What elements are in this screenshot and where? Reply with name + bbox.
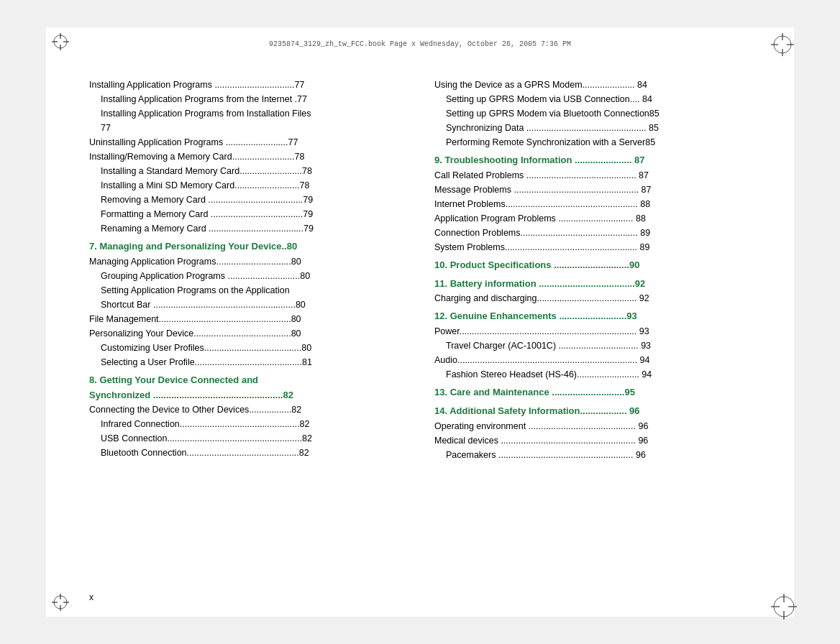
crosshair-br: [771, 594, 788, 611]
page-number: x: [89, 592, 93, 602]
crosshair-tl: [52, 33, 69, 50]
toc-line: Customizing User Profiles...............…: [89, 341, 406, 355]
toc-line: Synchronizing Data .....................…: [434, 121, 751, 135]
toc-line: Synchronized ...........................…: [89, 388, 406, 403]
toc-line: 11. Battery information ................…: [434, 277, 751, 292]
toc-line: Selecting a User Profile................…: [89, 355, 406, 369]
toc-line: 8. Getting Your Device Connected and: [89, 373, 406, 388]
toc-line: Installing a Standard Memory Card.......…: [89, 164, 406, 178]
toc-line: Setting Application Programs on the Appl…: [89, 283, 406, 298]
toc-line: Setting up GPRS Modem via USB Connection…: [434, 92, 751, 106]
toc-line: Travel Charger (AC-1001C) ..............…: [434, 339, 751, 353]
toc-line: Infrared Connection.....................…: [89, 417, 406, 431]
toc-line: Personalizing Your Device...............…: [89, 326, 406, 341]
toc-line: 12. Genuine Enhancements ...............…: [434, 309, 751, 324]
toc-line: Power...................................…: [434, 324, 751, 339]
crosshair-bl: [52, 594, 69, 611]
toc-line: 7. Managing and Personalizing Your Devic…: [89, 239, 406, 254]
toc-line: Application Program Problems ...........…: [434, 211, 751, 226]
page-container: 9235874_3129_zh_tw_FCC.book Page x Wedne…: [0, 0, 840, 644]
toc-line: Shortcut Bar ...........................…: [89, 298, 406, 312]
toc-line: Grouping Application Programs ..........…: [89, 269, 406, 283]
toc-line: 10. Product Specifications .............…: [434, 258, 751, 273]
toc-line: Uninstalling Application Programs ......…: [89, 135, 406, 150]
toc-line: USB Connection..........................…: [89, 431, 406, 446]
toc-line: Operating environment ..................…: [434, 419, 751, 433]
toc-line: System Problems.........................…: [434, 240, 751, 254]
toc-line: Charging and discharging................…: [434, 291, 751, 305]
toc-line: Setting up GPRS Modem via Bluetooth Conn…: [434, 106, 751, 121]
toc-line: Bluetooth Connection....................…: [89, 446, 406, 460]
book-page: 9235874_3129_zh_tw_FCC.book Page x Wedne…: [46, 27, 794, 617]
toc-line: Fashion Stereo Headset (HS-46)..........…: [434, 367, 751, 382]
toc-line: Internet Problems.......................…: [434, 197, 751, 211]
toc-line: Installing Application Programs from Ins…: [89, 106, 406, 121]
toc-line: 77: [89, 121, 406, 135]
toc-line: Using the Device as a GPRS Modem........…: [434, 78, 751, 92]
toc-line: Formatting a Memory Card ...............…: [89, 207, 406, 221]
toc-line: Installing Application Programs from the…: [89, 92, 406, 106]
toc-line: Installing/Removing a Memory Card.......…: [89, 150, 406, 164]
crosshair-tr: [771, 33, 788, 50]
toc-line: Removing a Memory Card .................…: [89, 193, 406, 207]
left-column: Installing Application Programs ........…: [89, 78, 406, 566]
toc-line: Audio...................................…: [434, 353, 751, 367]
toc-line: Pacemakers .............................…: [434, 448, 751, 462]
toc-line: Medical devices ........................…: [434, 433, 751, 448]
toc-line: Performing Remote Synchronization with a…: [434, 135, 751, 150]
toc-line: Call Related Problems ..................…: [434, 168, 751, 183]
right-column: Using the Device as a GPRS Modem........…: [434, 78, 751, 566]
content-area: Installing Application Programs ........…: [89, 78, 751, 566]
toc-line: 14. Additional Safety Information.......…: [434, 404, 751, 419]
toc-line: 9. Troubleshooting Information .........…: [434, 153, 751, 168]
header-line: 9235874_3129_zh_tw_FCC.book Page x Wedne…: [89, 40, 751, 48]
toc-line: Connection Problems.....................…: [434, 226, 751, 240]
toc-line: Managing Application Programs...........…: [89, 254, 406, 269]
toc-line: 13. Care and Maintenance ...............…: [434, 385, 751, 400]
toc-line: Installing Application Programs ........…: [89, 78, 406, 92]
toc-line: Installing a Mini SD Memory Card........…: [89, 178, 406, 193]
toc-line: Message Problems .......................…: [434, 183, 751, 197]
toc-line: File Management.........................…: [89, 312, 406, 326]
toc-line: Connecting the Device to Other Devices..…: [89, 402, 406, 417]
toc-line: Renaming a Memory Card .................…: [89, 221, 406, 236]
